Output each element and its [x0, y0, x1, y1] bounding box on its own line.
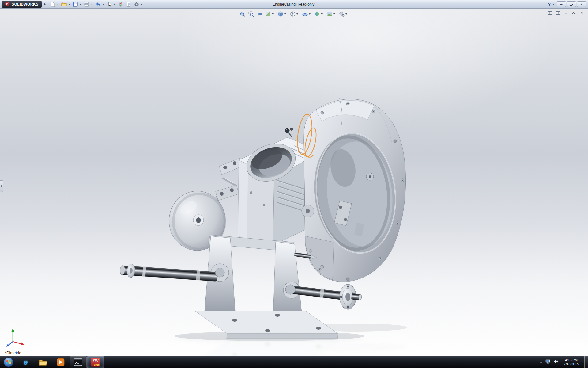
mount-brackets[interactable]	[216, 158, 242, 201]
select-dropdown-icon[interactable]	[114, 4, 115, 5]
document-minimize-button[interactable]: –	[563, 10, 569, 15]
new-document-button[interactable]	[49, 1, 56, 8]
undo-dropdown-icon[interactable]	[102, 4, 104, 5]
solidworks-window: SOLIDWORKS EngineCasing	[0, 0, 588, 368]
options-dropdown-icon[interactable]	[141, 4, 143, 5]
reference-triad	[4, 327, 28, 348]
options-button[interactable]	[133, 1, 140, 8]
print-icon	[84, 2, 89, 7]
view-settings-dropdown-icon[interactable]	[345, 13, 347, 15]
file-properties-button[interactable]	[125, 1, 132, 8]
pane-left-icon	[548, 11, 552, 15]
taskbar-clock[interactable]: 4:13 PM 7/13/2015	[561, 358, 581, 366]
start-button[interactable]	[0, 356, 17, 368]
solidworks-taskbar-icon: SW 2015	[91, 358, 100, 367]
view-orientation-cube-icon	[277, 11, 284, 17]
panel-expand-icon	[1, 185, 2, 187]
show-hidden-icons-button[interactable]: ▴	[540, 360, 542, 364]
select-cursor-icon	[107, 2, 112, 7]
save-button[interactable]	[72, 1, 79, 8]
options-gear-icon	[134, 2, 139, 7]
left-shaft-boss	[215, 268, 224, 277]
titlebar: SOLIDWORKS EngineCasing	[0, 0, 588, 9]
top-fitting[interactable]	[285, 128, 293, 137]
section-view-button[interactable]	[264, 10, 276, 18]
clock-time: 4:13 PM	[564, 358, 579, 362]
folder-icon	[39, 358, 48, 366]
save-dropdown-icon[interactable]	[80, 4, 81, 5]
hide-show-items-dropdown-icon[interactable]	[309, 13, 311, 15]
display-style-dropdown-icon[interactable]	[296, 13, 298, 15]
tray-volume-icon[interactable]	[553, 359, 558, 365]
previous-view-icon	[257, 11, 263, 17]
tray-monitor-icon[interactable]	[545, 359, 550, 365]
previous-view-button[interactable]	[256, 10, 264, 18]
display-style-button[interactable]	[289, 10, 300, 18]
left-shaft[interactable]	[119, 263, 217, 283]
display-style-icon	[290, 11, 296, 17]
view-orientation-dropdown-icon[interactable]	[284, 13, 286, 15]
taskbar-item-windows-explorer[interactable]	[35, 356, 52, 368]
print-button[interactable]	[83, 1, 90, 8]
engine-casing-model[interactable]	[0, 9, 588, 356]
new-dropdown-icon[interactable]	[57, 4, 59, 5]
show-desktop-button[interactable]	[584, 356, 588, 368]
close-button[interactable]: ×	[577, 1, 586, 7]
heads-up-view-toolbar	[239, 10, 349, 18]
edit-appearance-button[interactable]	[313, 10, 325, 18]
section-view-dropdown-icon[interactable]	[272, 13, 274, 15]
solidworks-menu-button[interactable]: SOLIDWORKS	[2, 1, 42, 8]
save-icon	[73, 2, 78, 7]
zoom-to-fit-icon	[239, 11, 246, 17]
system-tray: ▴ 4:13 PM 7/13/2015	[540, 356, 588, 368]
document-window-controls: – ×	[547, 10, 585, 15]
hide-show-items-button[interactable]	[301, 10, 313, 18]
command-prompt-icon	[74, 358, 82, 366]
crankcase-housing[interactable]	[302, 98, 406, 282]
view-settings-icon	[339, 11, 345, 17]
document-close-button[interactable]: ×	[579, 10, 585, 15]
pane-right-button[interactable]	[555, 10, 561, 15]
undo-button[interactable]	[94, 1, 102, 8]
view-orientation-label: *Dimetric	[5, 351, 21, 355]
new-document-icon	[50, 2, 55, 7]
document-restore-button[interactable]	[571, 10, 577, 15]
collapsed-panel-tab[interactable]	[0, 180, 3, 192]
clock-date: 7/13/2015	[564, 362, 579, 366]
apply-scene-dropdown-icon[interactable]	[333, 13, 335, 15]
undo-icon	[95, 2, 101, 7]
taskbar: e SW 2015	[0, 356, 588, 368]
edit-appearance-dropdown-icon[interactable]	[321, 13, 323, 15]
open-folder-icon	[61, 2, 67, 7]
file-properties-icon	[126, 2, 131, 7]
zoom-to-area-button[interactable]	[247, 10, 255, 18]
taskbar-item-media-player[interactable]	[52, 356, 69, 368]
solidworks-logo-icon	[5, 1, 10, 7]
help-dropdown-icon[interactable]	[553, 4, 555, 5]
hide-show-items-icon	[302, 11, 308, 17]
taskbar-item-solidworks[interactable]: SW 2015	[87, 356, 104, 368]
menu-expand-icon[interactable]	[44, 3, 46, 6]
windows-start-orb-icon	[3, 357, 14, 368]
media-player-icon	[56, 358, 65, 366]
open-button[interactable]	[60, 1, 68, 8]
document-restore-icon	[572, 12, 575, 14]
taskbar-item-command-prompt[interactable]	[70, 356, 87, 368]
apply-scene-button[interactable]	[326, 10, 337, 18]
section-view-icon	[265, 11, 271, 17]
restore-button[interactable]	[567, 1, 576, 7]
zoom-to-fit-button[interactable]	[239, 10, 247, 18]
minimize-button[interactable]: –	[557, 1, 566, 7]
taskbar-item-internet-explorer[interactable]: e	[17, 356, 34, 368]
view-orientation-button[interactable]	[277, 10, 288, 18]
pane-left-button[interactable]	[547, 10, 553, 15]
open-dropdown-icon[interactable]	[68, 4, 70, 5]
internet-explorer-icon: e	[24, 358, 28, 366]
rebuild-button[interactable]	[117, 1, 124, 8]
brand-label: SOLIDWORKS	[12, 2, 39, 6]
view-settings-button[interactable]	[338, 10, 349, 18]
select-button[interactable]	[106, 1, 113, 8]
help-button[interactable]: ?	[547, 2, 552, 6]
graphics-area[interactable]: – ×	[0, 9, 588, 356]
print-dropdown-icon[interactable]	[91, 4, 93, 5]
